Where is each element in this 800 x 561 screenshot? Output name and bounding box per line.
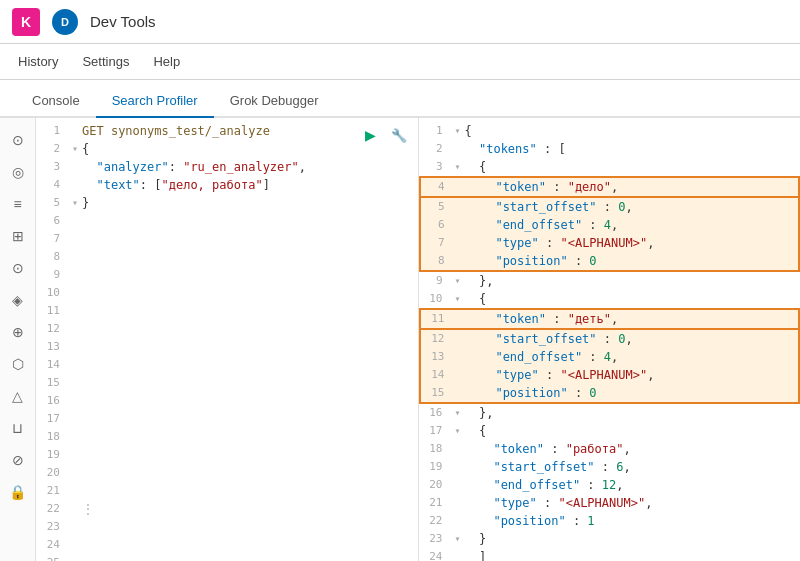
logo-icon: K [12, 8, 40, 36]
right-line-12: 12 "start_offset" : 0, [419, 330, 801, 348]
menu-bar: History Settings Help [0, 44, 800, 80]
run-button[interactable]: ▶ [360, 124, 382, 146]
left-line-9: 9 [36, 266, 418, 284]
left-line-10: 10 [36, 284, 418, 302]
tab-grok-debugger[interactable]: Grok Debugger [214, 85, 335, 118]
sidebar-icon-8[interactable]: △ [4, 382, 32, 410]
left-line-24: 24 [36, 536, 418, 554]
settings-button[interactable]: 🔧 [388, 124, 410, 146]
sidebar-icon-5[interactable]: ◈ [4, 286, 32, 314]
right-line-10: 10 ▾ { [419, 290, 801, 308]
tab-bar: Console Search Profiler Grok Debugger [0, 80, 800, 118]
app-title: Dev Tools [90, 13, 156, 30]
right-line-4: 4 "token" : "дело", [419, 176, 801, 198]
menu-history[interactable]: History [16, 54, 60, 69]
left-line-13: 13 [36, 338, 418, 356]
left-line-19: 19 [36, 446, 418, 464]
right-line-15: 15 "position" : 0 [419, 384, 801, 404]
sidebar-icon-11[interactable]: 🔒 [4, 478, 32, 506]
right-line-14: 14 "type" : "<ALPHANUM>", [419, 366, 801, 384]
left-line-11: 11 [36, 302, 418, 320]
left-line-17: 17 [36, 410, 418, 428]
right-line-7: 7 "type" : "<ALPHANUM>", [419, 234, 801, 252]
left-line-22: 22 ⋮ [36, 500, 418, 518]
left-line-16: 16 [36, 392, 418, 410]
tab-search-profiler[interactable]: Search Profiler [96, 85, 214, 118]
sidebar-icon-1[interactable]: ◎ [4, 158, 32, 186]
left-line-15: 15 [36, 374, 418, 392]
left-line-8: 8 [36, 248, 418, 266]
left-code-area[interactable]: 1 GET synonyms_test/_analyze 2 ▾ { 3 "an… [36, 118, 418, 561]
left-line-20: 20 [36, 464, 418, 482]
sidebar-icon-7[interactable]: ⬡ [4, 350, 32, 378]
left-line-12: 12 [36, 320, 418, 338]
menu-settings[interactable]: Settings [80, 54, 131, 69]
right-line-1: 1 ▾ { [419, 122, 801, 140]
left-line-5: 5 ▾ } [36, 194, 418, 212]
sidebar-icon-4[interactable]: ⊙ [4, 254, 32, 282]
right-line-20: 20 "end_offset" : 12, [419, 476, 801, 494]
left-panel: ▶ 🔧 1 GET synonyms_test/_analyze 2 ▾ { [36, 118, 419, 561]
right-line-13: 13 "end_offset" : 4, [419, 348, 801, 366]
left-line-4: 4 "text": ["дело, работа"] [36, 176, 418, 194]
left-line-6: 6 [36, 212, 418, 230]
right-line-2: 2 "tokens" : [ [419, 140, 801, 158]
right-line-11: 11 "token" : "деть", [419, 308, 801, 330]
menu-help[interactable]: Help [151, 54, 182, 69]
right-line-22: 22 "position" : 1 [419, 512, 801, 530]
left-line-21: 21 [36, 482, 418, 500]
panels-area: ▶ 🔧 1 GET synonyms_test/_analyze 2 ▾ { [36, 118, 800, 561]
sidebar-icon-2[interactable]: ≡ [4, 190, 32, 218]
right-line-9: 9 ▾ }, [419, 272, 801, 290]
right-line-23: 23 ▾ } [419, 530, 801, 548]
tab-console[interactable]: Console [16, 85, 96, 118]
right-line-16: 16 ▾ }, [419, 404, 801, 422]
right-line-19: 19 "start_offset" : 6, [419, 458, 801, 476]
right-line-17: 17 ▾ { [419, 422, 801, 440]
left-panel-toolbar: ▶ 🔧 [360, 124, 410, 146]
left-line-7: 7 [36, 230, 418, 248]
left-line-25: 25 [36, 554, 418, 561]
sidebar-icon-10[interactable]: ⊘ [4, 446, 32, 474]
right-code-area[interactable]: 1 ▾ { 2 "tokens" : [ 3 ▾ { [419, 118, 801, 561]
sidebar-icon-6[interactable]: ⊕ [4, 318, 32, 346]
left-line-23: 23 [36, 518, 418, 536]
sidebar-icon-0[interactable]: ⊙ [4, 126, 32, 154]
top-bar: K D Dev Tools [0, 0, 800, 44]
right-line-8: 8 "position" : 0 [419, 252, 801, 272]
right-line-21: 21 "type" : "<ALPHANUM>", [419, 494, 801, 512]
right-line-3: 3 ▾ { [419, 158, 801, 176]
sidebar-icon-3[interactable]: ⊞ [4, 222, 32, 250]
user-avatar: D [52, 9, 78, 35]
right-panel: 1 ▾ { 2 "tokens" : [ 3 ▾ { [419, 118, 801, 561]
left-line-3: 3 "analyzer": "ru_en_analyzer", [36, 158, 418, 176]
sidebar: ⊙ ◎ ≡ ⊞ ⊙ ◈ ⊕ ⬡ △ ⊔ ⊘ 🔒 [0, 118, 36, 561]
right-line-24: 24 ] [419, 548, 801, 561]
right-line-5: 5 "start_offset" : 0, [419, 198, 801, 216]
right-line-18: 18 "token" : "работа", [419, 440, 801, 458]
left-line-14: 14 [36, 356, 418, 374]
main-content: ⊙ ◎ ≡ ⊞ ⊙ ◈ ⊕ ⬡ △ ⊔ ⊘ 🔒 ▶ 🔧 1 GET synony… [0, 118, 800, 561]
left-line-18: 18 [36, 428, 418, 446]
right-line-6: 6 "end_offset" : 4, [419, 216, 801, 234]
sidebar-icon-9[interactable]: ⊔ [4, 414, 32, 442]
